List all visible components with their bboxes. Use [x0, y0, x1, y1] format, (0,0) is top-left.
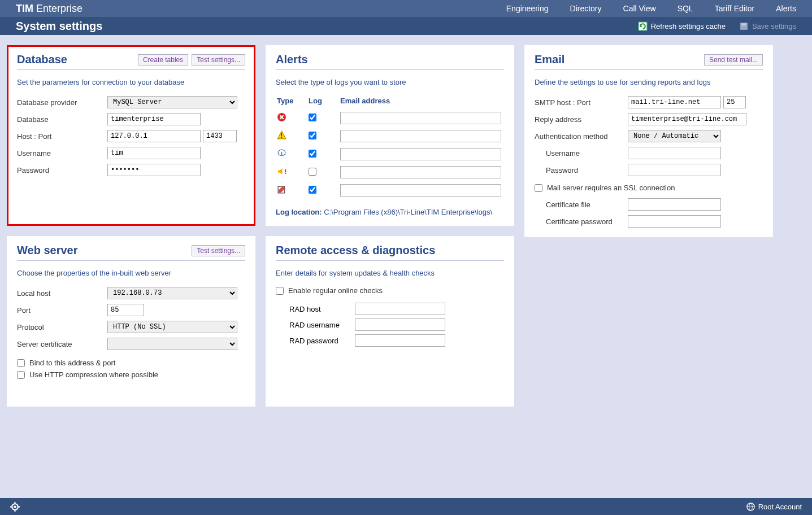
nav-directory[interactable]: Directory	[570, 4, 602, 13]
db-name-input[interactable]	[107, 113, 201, 125]
cert-input[interactable]	[628, 198, 721, 211]
remote-desc: Enter details for system updates & healt…	[276, 269, 504, 277]
smtp-port-input[interactable]	[723, 96, 746, 108]
alert-email-2[interactable]	[340, 148, 501, 160]
refresh-icon	[638, 21, 648, 31]
log-location-label: Log location:	[276, 208, 322, 216]
db-port-input[interactable]	[203, 130, 237, 142]
db-provider-select[interactable]: MySQL Server	[107, 96, 237, 108]
certpass-input[interactable]	[628, 215, 721, 228]
nav-engineering[interactable]: Engineering	[506, 4, 549, 13]
alert-log-check-2[interactable]	[309, 150, 316, 158]
web-host-label: Local host	[17, 289, 107, 298]
rad-pass-label: RAD password	[276, 337, 355, 345]
refresh-cache-button[interactable]: Refresh settings cache	[638, 21, 726, 31]
db-hostport-label: Host : Port	[17, 132, 107, 141]
globe-icon	[746, 503, 755, 511]
gear-icon[interactable]	[10, 502, 20, 512]
email-title: Email	[535, 53, 565, 66]
web-cert-label: Server certificate	[17, 340, 107, 348]
email-panel: Email Send test mail... Define the setti…	[524, 45, 773, 237]
top-nav: Engineering Directory Call View SQL Tari…	[506, 4, 796, 13]
alerts-th-log: Log	[309, 97, 339, 108]
alert-email-3[interactable]	[340, 166, 501, 178]
reply-input[interactable]	[628, 113, 746, 125]
edit-icon	[277, 185, 286, 194]
email-pass-label: Password	[535, 166, 628, 174]
webserver-panel: Web server Test settings... Choose the p…	[7, 236, 255, 407]
alert-email-4[interactable]	[340, 184, 501, 197]
alerts-th-email: Email address	[340, 97, 503, 108]
svg-point-10	[14, 505, 16, 508]
send-test-mail-button[interactable]: Send test mail...	[704, 54, 763, 66]
save-icon	[739, 21, 749, 31]
rad-user-label: RAD username	[276, 321, 355, 329]
db-user-input[interactable]	[107, 147, 201, 159]
email-user-input[interactable]	[628, 147, 721, 159]
web-test-settings-button[interactable]: Test settings...	[192, 245, 245, 256]
ssl-checkbox[interactable]	[535, 184, 542, 192]
alert-log-check-3[interactable]	[309, 168, 316, 176]
db-host-input[interactable]	[107, 130, 201, 142]
alert-log-check-0[interactable]	[309, 114, 316, 121]
web-title: Web server	[17, 244, 77, 257]
rad-user-input[interactable]	[355, 318, 445, 331]
remote-title: Remote access & diagnostics	[276, 244, 435, 257]
log-location-path: C:\Program Files (x86)\Tri-Line\TIM Ente…	[324, 208, 492, 216]
info-icon: i	[277, 149, 286, 158]
rad-host-label: RAD host	[276, 305, 355, 313]
alerts-panel: Alerts Select the type of logs you want …	[266, 45, 514, 226]
web-port-input[interactable]	[107, 304, 144, 316]
error-icon	[277, 112, 286, 122]
ssl-label: Mail server requires an SSL connection	[547, 184, 675, 192]
bind-checkbox[interactable]	[17, 359, 25, 367]
svg-text:!: !	[285, 168, 286, 175]
alerts-desc: Select the type of logs you want to stor…	[276, 78, 504, 86]
cert-label: Certificate file	[535, 200, 628, 209]
nav-callview[interactable]: Call View	[623, 4, 656, 13]
warning-icon: !	[277, 130, 286, 140]
web-desc: Choose the properties of the in-built we…	[17, 269, 245, 277]
compress-label: Use HTTP compression where possible	[29, 370, 158, 379]
alerts-th-type: Type	[277, 97, 307, 108]
db-pass-label: Password	[17, 166, 107, 174]
web-cert-select[interactable]	[107, 338, 237, 350]
svg-rect-2	[741, 23, 746, 25]
database-desc: Set the parameters for connection to you…	[17, 78, 245, 86]
nav-sql[interactable]: SQL	[678, 4, 693, 13]
brand: TIM Enterprise	[16, 3, 82, 15]
auth-select[interactable]: None / Automatic	[628, 130, 721, 142]
web-proto-select[interactable]: HTTP (No SSL)	[107, 321, 237, 333]
auth-label: Authentication method	[535, 132, 628, 141]
create-tables-button[interactable]: Create tables	[138, 54, 188, 66]
db-name-label: Database	[17, 115, 107, 124]
page-title: System settings	[16, 20, 102, 33]
enable-checks-label: Enable regular online checks	[288, 286, 383, 295]
reply-label: Reply address	[535, 115, 628, 124]
speaker-alert-icon: !	[277, 167, 286, 176]
email-desc: Define the settings to use for sending r…	[535, 78, 763, 86]
compress-checkbox[interactable]	[17, 371, 25, 379]
email-user-label: Username	[535, 149, 628, 158]
enable-checks-checkbox[interactable]	[276, 287, 284, 295]
db-pass-input[interactable]	[107, 164, 201, 176]
database-title: Database	[17, 53, 67, 66]
web-proto-label: Protocol	[17, 323, 107, 331]
alert-email-0[interactable]	[340, 112, 501, 124]
database-panel: Database Create tables Test settings... …	[7, 45, 255, 226]
db-test-settings-button[interactable]: Test settings...	[192, 54, 245, 66]
smtp-host-input[interactable]	[628, 96, 721, 108]
svg-text:!: !	[281, 132, 283, 139]
smtp-label: SMTP host : Port	[535, 98, 628, 107]
svg-text:i: i	[281, 150, 283, 156]
alert-log-check-1[interactable]	[309, 132, 316, 139]
web-host-select[interactable]: 192.168.0.73	[107, 287, 237, 299]
footer-user[interactable]: Root Account	[758, 503, 802, 511]
email-pass-input[interactable]	[628, 164, 721, 176]
nav-tariff[interactable]: Tariff Editor	[715, 4, 755, 13]
rad-pass-input[interactable]	[355, 334, 445, 347]
rad-host-input[interactable]	[355, 303, 445, 315]
nav-alerts[interactable]: Alerts	[776, 4, 796, 13]
alert-log-check-4[interactable]	[309, 186, 316, 194]
alert-email-1[interactable]	[340, 130, 501, 142]
